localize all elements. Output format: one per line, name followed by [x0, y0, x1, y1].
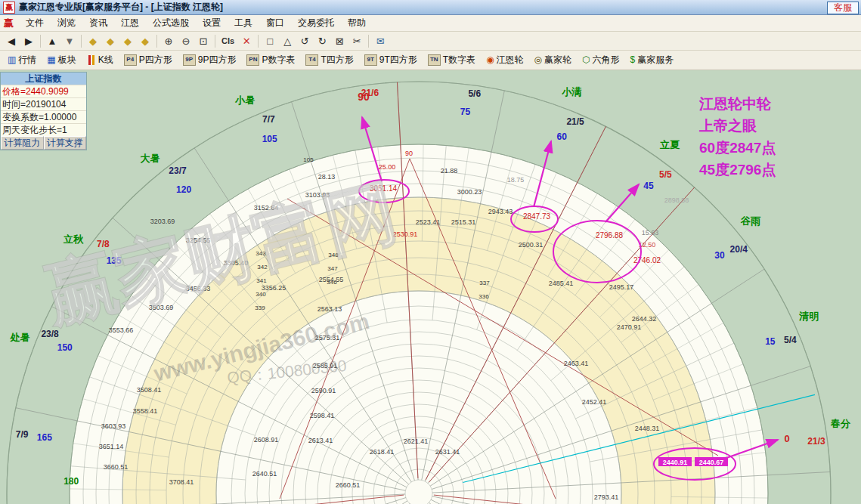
degree-label-180: 180: [63, 476, 79, 487]
wheel-value-label: 3305.40: [224, 259, 249, 267]
fit-icon[interactable]: ⊡: [195, 33, 212, 48]
zoom-out-icon[interactable]: ⊖: [178, 33, 194, 48]
wheel-value-label: 2448.31: [635, 425, 660, 432]
customer-service-button[interactable]: 客服: [827, 2, 859, 14]
wheel-value-label: 343: [256, 250, 266, 257]
p-number-table-button[interactable]: PNP数字表: [242, 52, 299, 68]
wheel-value-label: 348: [328, 252, 339, 258]
up-icon[interactable]: ▲: [44, 33, 60, 48]
date-label-7/8: 7/8: [97, 239, 110, 249]
solar-term-处暑: 处暑: [10, 332, 30, 343]
wheel-value-label: 3356.25: [262, 284, 286, 292]
degree-label-60: 60: [556, 131, 567, 142]
winner-service-button[interactable]: $赢家服务: [626, 52, 679, 68]
wheel-value-label: 15.63: [642, 229, 659, 237]
highlighted-price-value: 2440.91: [663, 459, 688, 466]
date-label-23/8: 23/8: [41, 329, 59, 339]
menu-item-资讯[interactable]: 资讯: [82, 15, 114, 31]
hexagon-button-label: 六角形: [593, 54, 620, 66]
menu-item-公式选股[interactable]: 公式选股: [146, 15, 196, 31]
gann-wheel-button[interactable]: ◉江恩轮: [482, 52, 528, 68]
menu-item-文件[interactable]: 文件: [19, 15, 51, 31]
rect-tool-icon[interactable]: □: [262, 33, 278, 48]
index-info-row: 价格=2440.9099: [1, 85, 86, 97]
triangle-tool-icon[interactable]: △: [279, 33, 296, 48]
wheel-value-label: 341: [256, 277, 267, 284]
p-square-button[interactable]: P4P四方形: [119, 52, 177, 68]
delete-icon[interactable]: ✕: [238, 33, 255, 48]
nine-p-square-button[interactable]: 9P9P四方形: [178, 52, 241, 68]
chart-type-toolbar: ▥行情▦板块K线P4P四方形9P9P四方形PNP数字表T4T四方形9T9T四方形…: [0, 51, 861, 70]
cis-icon[interactable]: CIs: [218, 33, 237, 48]
wheel-value-label: 342: [257, 264, 268, 271]
sectors-button-icon: ▦: [47, 55, 55, 65]
title-bar: 赢 赢家江恩专业版[赢家服务平台] - [上证指数 江恩轮] 客服: [0, 0, 861, 15]
forward-icon[interactable]: ▶: [20, 33, 37, 48]
menu-item-浏览[interactable]: 浏览: [51, 15, 82, 31]
cut-icon[interactable]: ✂: [348, 33, 365, 48]
rotate-right-icon[interactable]: ↻: [314, 33, 330, 48]
gann-fan-icon[interactable]: ◆: [85, 33, 101, 48]
nine-p-square-button-icon: 9P: [183, 54, 196, 66]
back-icon[interactable]: ◀: [3, 33, 20, 48]
wheel-value-label: 3000.23: [457, 188, 482, 196]
calc-resistance-button[interactable]: 计算阻力: [1, 136, 44, 150]
winner-wheel-button-label: 赢家轮: [544, 54, 571, 66]
menu-item-工具[interactable]: 工具: [228, 15, 259, 31]
solar-term-立秋: 立秋: [63, 233, 84, 245]
wheel-value-label: 2598.41: [310, 412, 335, 419]
hexagon-button[interactable]: ⬡六角形: [578, 52, 624, 68]
sectors-button[interactable]: ▦板块: [42, 52, 80, 68]
menu-item-帮助[interactable]: 帮助: [341, 15, 373, 31]
solar-term-立夏: 立夏: [659, 139, 680, 150]
solar-term-谷雨: 谷雨: [740, 215, 761, 227]
wheel-value-label: 3651.14: [99, 443, 124, 450]
wheel-value-label: 2495.17: [609, 283, 634, 291]
wheel-value-label: 105: [303, 156, 314, 163]
quotes-button[interactable]: ▥行情: [3, 52, 41, 68]
wheel-value-label: 3553.66: [109, 326, 134, 334]
zoom-in-icon[interactable]: ⊕: [160, 33, 177, 48]
kline-button[interactable]: K线: [82, 52, 118, 68]
kline-button-label: K线: [98, 54, 113, 66]
winner-wheel-button[interactable]: ◎赢家轮: [530, 52, 576, 68]
gann-grid-icon[interactable]: ◆: [102, 33, 119, 48]
t-number-table-button[interactable]: TNT数字表: [423, 52, 480, 68]
toolbar-separator: [40, 35, 41, 48]
menu-item-江恩[interactable]: 江恩: [114, 15, 146, 31]
wheel-value-label: 337: [479, 280, 490, 286]
menu-item-设置[interactable]: 设置: [196, 15, 228, 31]
wheel-value-label: 2898.58: [664, 196, 689, 204]
wheel-value-label: 347: [327, 265, 338, 272]
winner-service-button-icon: $: [630, 55, 636, 65]
clear-icon[interactable]: ⊠: [331, 33, 348, 48]
rotate-left-icon[interactable]: ↺: [296, 33, 313, 48]
annotation-line: 上帝之眼: [699, 115, 776, 137]
wheel-value-label: 3603.93: [101, 422, 126, 430]
quotes-button-icon: ▥: [8, 55, 16, 65]
down-icon[interactable]: ▼: [61, 33, 78, 48]
menu-item-交易委托[interactable]: 交易委托: [291, 15, 341, 31]
gann-wheel-button-label: 江恩轮: [497, 54, 524, 66]
wheel-value-label: 25.00: [379, 163, 396, 171]
wheel-value-label: 2500.31: [519, 241, 544, 249]
menu-item-窗口[interactable]: 窗口: [259, 15, 291, 31]
wheel-value-label: 3152.64: [254, 204, 279, 212]
t-square-button[interactable]: T4T四方形: [301, 52, 358, 68]
degree-label-120: 120: [176, 184, 191, 195]
wheel-value-label: 3456.33: [186, 285, 211, 292]
solar-term-清明: 清明: [798, 311, 819, 322]
nine-t-square-button[interactable]: 9T9T四方形: [360, 52, 422, 68]
gann-wheel-button-icon: ◉: [486, 55, 494, 65]
calc-support-button[interactable]: 计算支撑: [44, 136, 87, 150]
toolbar-separator: [156, 35, 157, 48]
wheel-value-label: 28.13: [318, 173, 336, 181]
degree-label-105: 105: [262, 134, 277, 144]
gann-angle-icon[interactable]: ◆: [137, 33, 153, 48]
wheel-value-label: 2943.43: [488, 208, 513, 215]
chat-icon[interactable]: ✉: [372, 33, 389, 48]
solar-term-大暑: 大暑: [140, 153, 160, 164]
gann-box-icon[interactable]: ◆: [119, 33, 136, 48]
wheel-value-label: 2585.91: [313, 362, 338, 369]
wheel-value-label: 2530.91: [393, 230, 418, 238]
